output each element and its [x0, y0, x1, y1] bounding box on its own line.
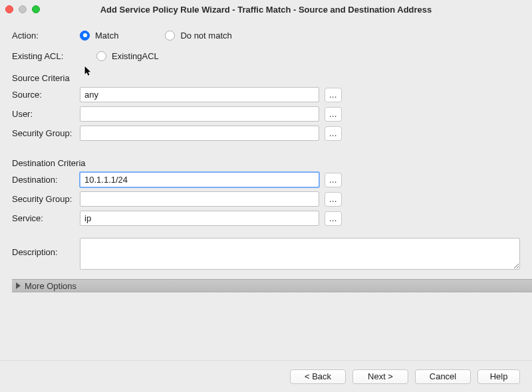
- destination-label: Destination:: [12, 175, 80, 185]
- zoom-window-button[interactable]: [32, 5, 40, 13]
- action-row: Action: Match Do not match: [12, 27, 520, 43]
- window-title: Add Service Policy Rule Wizard - Traffic…: [52, 5, 527, 15]
- action-match-option[interactable]: Match: [80, 31, 118, 41]
- destination-criteria-title: Destination Criteria: [12, 158, 520, 168]
- destination-security-group-row: Security Group: ...: [12, 191, 520, 207]
- radio-unselected-icon: [165, 31, 175, 41]
- destination-security-group-label: Security Group:: [12, 194, 80, 204]
- source-browse-button[interactable]: ...: [325, 88, 342, 102]
- action-do-not-match-option[interactable]: Do not match: [165, 31, 231, 41]
- more-options-disclosure[interactable]: More Options: [12, 279, 532, 292]
- existing-acl-option-label: ExistingACL: [112, 51, 159, 61]
- cancel-button[interactable]: Cancel: [415, 369, 471, 384]
- action-radio-group: Match Do not match: [80, 31, 232, 41]
- existing-acl-row: Existing ACL: ExistingACL: [12, 48, 520, 64]
- service-row: Service: ...: [12, 211, 520, 226]
- user-label: User:: [12, 109, 80, 119]
- description-row: Description:: [12, 238, 520, 270]
- description-input[interactable]: [80, 238, 520, 270]
- titlebar: Add Service Policy Rule Wizard - Traffic…: [0, 0, 532, 19]
- back-button[interactable]: < Back: [290, 369, 346, 384]
- source-input[interactable]: [80, 87, 319, 102]
- description-label: Description:: [12, 238, 80, 257]
- user-browse-button[interactable]: ...: [325, 107, 342, 122]
- next-button[interactable]: Next >: [352, 369, 408, 384]
- service-label: Service:: [12, 213, 80, 223]
- source-security-group-label: Security Group:: [12, 128, 80, 138]
- dialog-content: Action: Match Do not match Existing ACL:…: [0, 19, 532, 292]
- destination-security-group-input[interactable]: [80, 191, 319, 207]
- service-browse-button[interactable]: ...: [325, 211, 342, 226]
- existing-acl-label: Existing ACL:: [12, 51, 80, 61]
- destination-browse-button[interactable]: ...: [325, 173, 342, 187]
- action-match-label: Match: [95, 31, 118, 41]
- user-row: User: ...: [12, 106, 520, 122]
- wizard-footer: < Back Next > Cancel Help: [0, 360, 532, 392]
- destination-input[interactable]: [80, 172, 319, 187]
- radio-selected-icon: [80, 31, 90, 41]
- source-label: Source:: [12, 90, 80, 100]
- action-label: Action:: [12, 31, 80, 41]
- disclosure-triangle-icon: [16, 282, 21, 289]
- destination-security-group-browse-button[interactable]: ...: [325, 192, 342, 207]
- destination-row: Destination: ...: [12, 172, 520, 187]
- radio-unselected-icon: [96, 51, 106, 61]
- source-row: Source: ...: [12, 87, 520, 102]
- source-security-group-row: Security Group: ...: [12, 126, 520, 141]
- source-criteria-title: Source Criteria: [12, 73, 520, 83]
- window-controls: [5, 5, 52, 13]
- existing-acl-option[interactable]: ExistingACL: [96, 51, 159, 61]
- minimize-window-button[interactable]: [19, 5, 27, 13]
- source-security-group-browse-button[interactable]: ...: [325, 126, 342, 141]
- help-button[interactable]: Help: [477, 369, 520, 384]
- service-input[interactable]: [80, 211, 319, 226]
- user-input[interactable]: [80, 106, 319, 122]
- action-do-not-match-label: Do not match: [180, 31, 231, 41]
- more-options-label: More Options: [25, 281, 76, 291]
- close-window-button[interactable]: [5, 5, 13, 13]
- source-security-group-input[interactable]: [80, 126, 319, 141]
